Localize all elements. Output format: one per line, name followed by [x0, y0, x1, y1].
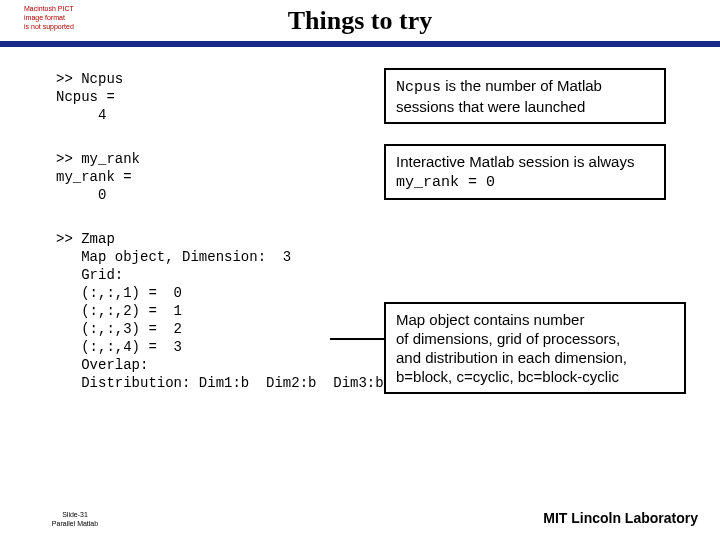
callout-myrank-mono: my_rank = 0	[396, 174, 495, 191]
callout-myrank: Interactive Matlab session is always my_…	[384, 144, 666, 200]
footer-subject: Parallel Matlab	[40, 519, 110, 528]
slide-root: Macintosh PICT image format is not suppo…	[0, 0, 720, 540]
code-ncpus: >> Ncpus Ncpus = 4	[56, 70, 123, 124]
footer: Slide-31 Parallel Matlab	[40, 510, 110, 528]
code-zmap: >> Zmap Map object, Dimension: 3 Grid: (…	[56, 230, 384, 392]
callout-ncpus-mono: Ncpus	[396, 79, 441, 96]
callout-connector	[330, 338, 384, 340]
callout-map: Map object contains number of dimensions…	[384, 302, 686, 394]
page-title: Things to try	[0, 6, 720, 36]
code-myrank: >> my_rank my_rank = 0	[56, 150, 140, 204]
title-underline	[0, 41, 720, 47]
callout-myrank-text: Interactive Matlab session is always	[396, 153, 634, 170]
lab-label: MIT Lincoln Laboratory	[543, 510, 698, 526]
footer-slide: Slide-31	[40, 510, 110, 519]
callout-ncpus: Ncpus is the number of Matlab sessions t…	[384, 68, 666, 124]
